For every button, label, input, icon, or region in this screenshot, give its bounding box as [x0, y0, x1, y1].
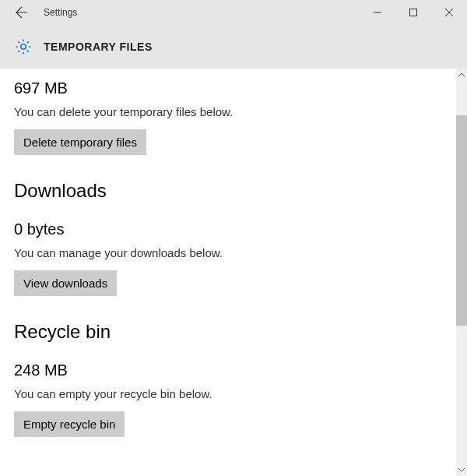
window-title: Settings [44, 7, 360, 18]
empty-recycle-bin-button[interactable]: Empty recycle bin [14, 411, 125, 437]
downloads-description: You can manage your downloads below. [14, 246, 442, 259]
page-header: TEMPORARY FILES [0, 25, 467, 69]
content-area: 697 MB You can delete your temporary fil… [0, 69, 467, 476]
view-downloads-button[interactable]: View downloads [14, 270, 117, 296]
window-controls [360, 0, 467, 25]
maximize-button[interactable] [395, 0, 431, 25]
minimize-icon [374, 9, 381, 16]
arrow-left-icon [16, 6, 28, 19]
back-button[interactable] [6, 0, 37, 25]
svg-rect-0 [410, 9, 417, 16]
recycle-bin-description: You can empty your recycle bin below. [14, 387, 442, 400]
delete-temporary-files-button[interactable]: Delete temporary files [14, 129, 146, 155]
temp-size: 697 MB [14, 79, 442, 97]
close-button[interactable] [431, 0, 467, 25]
downloads-title: Downloads [14, 180, 442, 202]
minimize-button[interactable] [360, 0, 395, 25]
svg-point-1 [21, 44, 26, 49]
downloads-size: 0 bytes [14, 220, 442, 238]
page-title: TEMPORARY FILES [44, 41, 153, 53]
titlebar: Settings [0, 0, 467, 25]
gear-icon [14, 37, 33, 56]
recycle-bin-size: 248 MB [14, 361, 442, 379]
temp-description: You can delete your temporary files belo… [14, 105, 442, 118]
close-icon [445, 9, 453, 16]
recycle-bin-title: Recycle bin [14, 321, 442, 343]
maximize-icon [409, 9, 417, 16]
